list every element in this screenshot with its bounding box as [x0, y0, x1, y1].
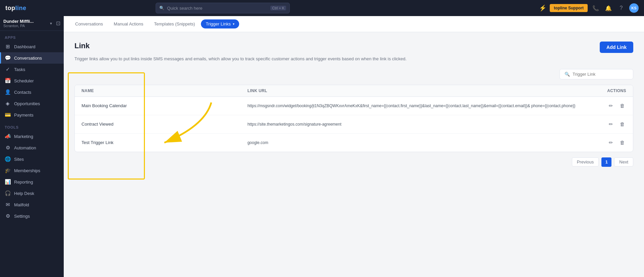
sidebar-item-settings[interactable]: ⚙ Settings — [0, 210, 64, 222]
edit-icon[interactable]: ✏ — [607, 138, 614, 147]
row-actions: ✏ 🗑 — [579, 138, 626, 147]
sidebar-item-conversations[interactable]: 💬 Conversations — [0, 52, 64, 64]
row-name: Main Booking Calendar — [82, 103, 248, 108]
delete-icon[interactable]: 🗑 — [619, 101, 626, 110]
sidebar-item-sites[interactable]: 🌐 Sites — [0, 153, 64, 165]
dashboard-icon: ⊞ — [5, 44, 11, 50]
sidebar-item-label: Contacts — [14, 90, 31, 95]
page-content: Link Add Link Trigger links allow you to… — [64, 32, 644, 277]
col-url: Link URL — [248, 88, 579, 93]
sidebar-item-reporting[interactable]: 📊 Reporting — [0, 176, 64, 188]
reporting-icon: 📊 — [5, 179, 11, 185]
top-navigation: topline 🔍 Quick search here Ctrl + K ⚡ t… — [0, 0, 644, 16]
page-number[interactable]: 1 — [601, 157, 611, 167]
search-shortcut: Ctrl + K — [270, 6, 286, 10]
trigger-links-chevron: ▾ — [233, 22, 234, 26]
sidebar-item-label: Memberships — [14, 168, 40, 173]
table-row: Test Trigger Link google.com ✏ 🗑 — [75, 134, 633, 152]
trigger-links-table: Name Link URL Actions Main Booking Calen… — [74, 85, 633, 152]
search-icon: 🔍 — [565, 72, 570, 77]
page-title: Link — [74, 42, 90, 50]
row-url: https://msgsndr.com/widget/booking/jt1N3… — [248, 103, 579, 109]
tab-conversations[interactable]: Conversations — [70, 19, 108, 28]
sidebar-item-automation[interactable]: ⚙ Automation — [0, 142, 64, 153]
delete-icon[interactable]: 🗑 — [619, 120, 626, 128]
row-actions: ✏ 🗑 — [579, 120, 626, 129]
sidebar-item-marketing[interactable]: 📣 Marketing — [0, 131, 64, 142]
table-row: Contract Viewed https://site.themarketin… — [75, 115, 633, 134]
sidebar-item-label: Dashboard — [14, 44, 36, 49]
chevron-down-icon: ▾ — [50, 21, 52, 26]
previous-button[interactable]: Previous — [572, 157, 599, 166]
sidebar-item-label: Tasks — [14, 67, 25, 72]
sidebar-item-scheduler[interactable]: 📅 Scheduler — [0, 75, 64, 86]
contacts-icon: 👤 — [5, 89, 11, 95]
row-name: Test Trigger Link — [82, 140, 248, 145]
sidebar-item-tasks[interactable]: ✓ Tasks — [0, 64, 64, 75]
sites-icon: 🌐 — [5, 156, 11, 162]
layout-icon[interactable]: ⊡ — [56, 20, 60, 26]
trigger-link-search[interactable]: 🔍 — [559, 69, 633, 79]
workspace-info: Dunder Miffli... Scranton, PA — [3, 19, 48, 28]
tab-templates[interactable]: Templates (Snippets) — [149, 19, 200, 28]
tab-manual-actions[interactable]: Manual Actions — [109, 19, 148, 28]
sidebar-item-mailfold[interactable]: ✉ Mailfold — [0, 199, 64, 210]
phone-icon[interactable]: 📞 — [591, 3, 600, 13]
automation-icon: ⚙ — [5, 145, 11, 151]
sidebar-item-label: Automation — [14, 145, 36, 150]
col-name: Name — [82, 88, 248, 93]
support-button[interactable]: topline Support — [550, 4, 588, 12]
row-url: https://site.themarketingos.com/signatur… — [248, 121, 579, 127]
tab-trigger-links[interactable]: Trigger Links ▾ — [201, 19, 239, 28]
opportunities-icon: ◈ — [5, 100, 11, 107]
search-row: 🔍 — [74, 69, 633, 79]
table-row: Main Booking Calendar https://msgsndr.co… — [75, 97, 633, 115]
search-input[interactable] — [573, 72, 628, 77]
settings-icon: ⚙ — [5, 213, 11, 219]
payments-icon: 💳 — [5, 112, 11, 118]
table-header: Name Link URL Actions — [75, 85, 633, 97]
sidebar-item-memberships[interactable]: 🎓 Memberships — [0, 165, 64, 176]
conversations-icon: 💬 — [5, 55, 11, 61]
sidebar-item-contacts[interactable]: 👤 Contacts — [0, 86, 64, 98]
memberships-icon: 🎓 — [5, 167, 11, 174]
bell-icon[interactable]: 🔔 — [604, 3, 613, 13]
mailfold-icon: ✉ — [5, 202, 11, 208]
tools-section-label: Tools — [0, 121, 64, 131]
row-url: google.com — [248, 140, 579, 146]
edit-icon[interactable]: ✏ — [607, 101, 614, 110]
pagination: Previous 1 Next — [74, 157, 633, 167]
app-logo: topline — [5, 5, 26, 12]
sidebar-item-label: Scheduler — [14, 78, 34, 83]
workspace-sub: Scranton, PA — [3, 24, 48, 28]
main-layout: Dunder Miffli... Scranton, PA ▾ ⊡ Apps ⊞… — [0, 16, 644, 277]
sidebar-item-payments[interactable]: 💳 Payments — [0, 109, 64, 121]
global-search[interactable]: 🔍 Quick search here Ctrl + K — [156, 3, 290, 13]
help-icon[interactable]: ? — [616, 3, 626, 13]
sidebar-item-label: Mailfold — [14, 202, 29, 207]
apps-section-label: Apps — [0, 31, 64, 41]
add-link-button[interactable]: Add Link — [600, 42, 633, 53]
sidebar-item-label: Help Desk — [14, 191, 34, 196]
delete-icon[interactable]: 🗑 — [619, 138, 626, 147]
sidebar-item-label: Sites — [14, 157, 24, 162]
edit-icon[interactable]: ✏ — [607, 120, 614, 129]
sidebar-item-label: Opportunities — [14, 101, 40, 106]
sidebar-item-dashboard[interactable]: ⊞ Dashboard — [0, 41, 64, 52]
row-name: Contract Viewed — [82, 122, 248, 127]
sidebar-item-label: Settings — [14, 214, 30, 219]
marketing-icon: 📣 — [5, 133, 11, 139]
sidebar-item-label: Reporting — [14, 180, 33, 185]
lightning-icon: ⚡ — [539, 4, 546, 12]
page-header: Link Add Link — [74, 42, 633, 53]
next-button[interactable]: Next — [614, 157, 633, 166]
search-placeholder: Quick search here — [167, 6, 268, 11]
sidebar: Dunder Miffli... Scranton, PA ▾ ⊡ Apps ⊞… — [0, 16, 64, 277]
sidebar-item-label: Marketing — [14, 134, 33, 139]
sidebar-item-help-desk[interactable]: 🎧 Help Desk — [0, 188, 64, 199]
sidebar-item-opportunities[interactable]: ◈ Opportunities — [0, 98, 64, 109]
tab-trigger-links-label: Trigger Links — [206, 21, 231, 26]
user-avatar[interactable]: KS — [629, 3, 639, 13]
help-desk-icon: 🎧 — [5, 190, 11, 196]
workspace-selector[interactable]: Dunder Miffli... Scranton, PA ▾ ⊡ — [0, 16, 64, 31]
